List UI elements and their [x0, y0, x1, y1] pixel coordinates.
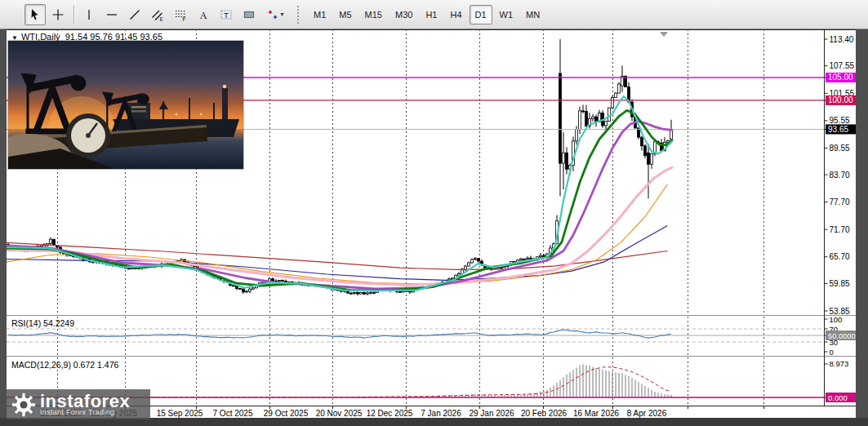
mt4-window: EFAT▾M1M5M15M30H1H4D1W1MN 113.40107.5510… — [0, 0, 868, 426]
candle-down — [373, 292, 376, 293]
candle-up — [403, 291, 405, 292]
cursor-icon — [29, 8, 42, 21]
candle-down — [641, 137, 643, 146]
candle-down — [523, 259, 526, 260]
candle-down — [399, 291, 402, 292]
chart-window[interactable]: 113.40107.55105.00101.55100.0095.5593.65… — [7, 29, 856, 418]
candle-down — [233, 286, 235, 286]
timeframe-button-m30[interactable]: M30 — [389, 5, 418, 24]
macd-indicator-label: MACD(12,26,9) 0.672 1.476 — [11, 360, 118, 370]
text-label-tool-button[interactable]: T — [216, 4, 237, 25]
timeframe-button-mn[interactable]: MN — [520, 5, 545, 24]
candle-up — [576, 129, 578, 140]
candle-down — [363, 292, 366, 294]
rsi-indicator-label: RSI(14) 54.2249 — [11, 318, 74, 328]
svg-text:E: E — [160, 16, 164, 21]
fibonacci-retracement-tool-button[interactable]: F — [170, 4, 191, 25]
equidistant-channel-icon: E — [151, 8, 164, 21]
candle-up — [579, 111, 581, 130]
price-axis[interactable] — [825, 29, 856, 406]
candle-up — [278, 280, 281, 281]
svg-text:F: F — [183, 16, 186, 21]
candle-down — [644, 146, 647, 156]
candle-down — [243, 289, 245, 292]
candle-down — [648, 153, 650, 164]
candle-up — [615, 93, 617, 97]
candle-up — [468, 263, 470, 266]
trendline-tool-button[interactable] — [124, 4, 145, 25]
cursor-tool-button[interactable] — [24, 4, 46, 25]
candle-down — [239, 288, 242, 289]
candle-up — [540, 255, 542, 257]
candle-up — [605, 122, 608, 126]
candle-up — [252, 288, 255, 289]
gear-icon — [11, 393, 36, 417]
horizontal-line-tool-button[interactable] — [101, 4, 122, 25]
candle-up — [563, 153, 565, 163]
arrows-tool-button[interactable]: ▾ — [261, 4, 289, 25]
timeframe-button-w1[interactable]: W1 — [494, 5, 519, 24]
text-icon: A — [197, 8, 210, 21]
candle-up — [527, 258, 529, 259]
candle-up — [608, 108, 611, 122]
candle-down — [282, 280, 284, 281]
candle-up — [370, 292, 372, 293]
candle-up — [354, 293, 356, 294]
candle-down — [53, 239, 56, 245]
timeframe-button-d1[interactable]: D1 — [470, 5, 492, 24]
brand-name: instaforex — [40, 393, 130, 410]
shapes-tool-button[interactable] — [238, 4, 260, 25]
window-right-edge — [856, 29, 868, 418]
candle-up — [249, 289, 251, 291]
candle-up — [50, 239, 52, 243]
candle-up — [471, 260, 474, 263]
candle-down — [582, 111, 585, 112]
timeframe-button-m15[interactable]: M15 — [359, 5, 388, 24]
horizontal-line-icon — [105, 8, 118, 21]
candle-up — [504, 267, 506, 268]
text-tool-button[interactable]: A — [193, 4, 214, 25]
toolbar: EFAT▾M1M5M15M30H1H4D1W1MN — [0, 0, 868, 29]
candle-down — [350, 293, 353, 294]
candle-down — [559, 73, 562, 163]
trendline-icon — [128, 8, 141, 21]
svg-text:T: T — [224, 11, 229, 19]
crosshair-icon — [51, 8, 65, 21]
candle-down — [478, 259, 480, 261]
candle-down — [566, 153, 568, 169]
fibonacci-retracement-icon: F — [174, 8, 187, 21]
candle-up — [360, 292, 363, 294]
crosshair-tool-button[interactable] — [47, 4, 69, 25]
candle-down — [501, 268, 503, 268]
instaforex-logo: instaforex Instant Forex Trading — [7, 389, 150, 419]
text-label-icon: T — [220, 8, 233, 21]
candle-down — [128, 268, 131, 269]
candle-down — [357, 293, 359, 295]
toolbar-grip[interactable] — [297, 6, 303, 24]
candle-down — [272, 279, 274, 282]
window-left-edge — [0, 29, 7, 418]
candle-up — [651, 153, 653, 164]
candle-up — [246, 291, 248, 292]
timeframe-button-h4[interactable]: H4 — [444, 5, 467, 24]
arrows-icon — [266, 8, 279, 21]
candle-down — [585, 112, 588, 126]
candle-up — [497, 268, 500, 268]
candle-up — [465, 266, 467, 269]
toolbar-separator — [73, 6, 75, 24]
shapes-icon — [243, 8, 256, 21]
brand-tagline: Instant Forex Trading — [40, 408, 130, 416]
oil-industry-photo — [8, 41, 243, 169]
vertical-line-icon — [82, 8, 96, 21]
timeframe-button-m5[interactable]: M5 — [333, 5, 357, 24]
equidistant-channel-tool-button[interactable]: E — [147, 4, 168, 25]
vertical-line-tool-button[interactable] — [78, 4, 100, 25]
candle-up — [592, 117, 594, 119]
candle-up — [131, 268, 134, 268]
timeframe-button-h1[interactable]: H1 — [420, 5, 443, 24]
timeframe-button-m1[interactable]: M1 — [308, 5, 332, 24]
dropdown-caret-icon: ▾ — [280, 11, 283, 18]
candle-up — [474, 259, 477, 260]
candle-down — [530, 258, 532, 259]
candle-up — [520, 259, 523, 260]
